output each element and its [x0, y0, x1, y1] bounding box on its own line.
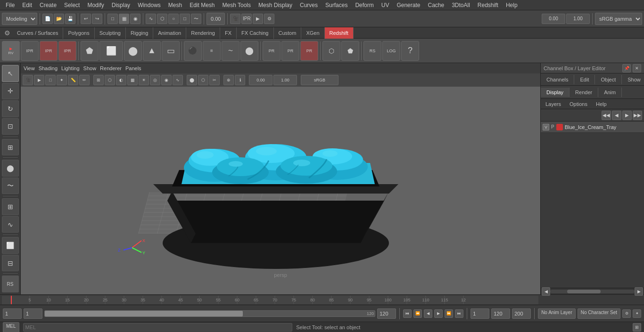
subtab-layers[interactable]: Layers	[543, 100, 564, 108]
tab-redshift[interactable]: Redshift	[325, 27, 354, 39]
menu-windows[interactable]: Windows	[134, 1, 165, 9]
vp-menu-shading[interactable]: Shading	[39, 65, 58, 71]
menu-edit[interactable]: Edit	[18, 1, 36, 9]
shelf-mat-ball-2-btn[interactable]: ⬤	[240, 41, 258, 61]
shelf-ipr-3-btn[interactable]: IPR	[58, 41, 76, 61]
subtab-help[interactable]: Help	[593, 100, 610, 108]
select-tool-btn[interactable]: ↖	[2, 65, 19, 82]
layer-arrow-next-next-btn[interactable]: ▶▶	[633, 111, 642, 120]
vp-menu-view[interactable]: View	[24, 65, 35, 71]
tab-curves-surfaces[interactable]: Curves / Surfaces	[12, 27, 63, 39]
freehand-btn[interactable]: 〜	[191, 14, 201, 24]
viewport-canvas[interactable]: X Y Z	[21, 73, 540, 280]
coord-y-field[interactable]: 1.00	[566, 14, 590, 24]
rect-btn[interactable]: □	[180, 14, 190, 24]
current-frame-input[interactable]	[24, 308, 42, 319]
shelf-mat-editor-btn[interactable]: ⬟	[341, 41, 359, 61]
shelf-log-btn[interactable]: LOG	[382, 41, 400, 61]
scroll-right-btn[interactable]: ▶	[635, 287, 643, 296]
layer-playback-check[interactable]: P	[551, 124, 554, 130]
camera-btn[interactable]: 🎥	[230, 14, 240, 24]
scrollbar-track[interactable]	[550, 290, 635, 293]
play-fwd-btn[interactable]: ▶	[434, 309, 443, 318]
redo-btn[interactable]: ↪	[92, 14, 102, 24]
menu-surfaces[interactable]: Surfaces	[322, 1, 351, 9]
menu-generate[interactable]: Generate	[393, 1, 424, 9]
shelf-rs-pr-3-btn[interactable]: PR	[300, 41, 318, 61]
shelf-dom-btn[interactable]: ⬡	[322, 41, 340, 61]
layer-item[interactable]: V P Blue_Ice_Cream_Tray	[541, 121, 644, 133]
coord-x-field[interactable]: 0.00	[542, 14, 565, 24]
lasso-mode-btn[interactable]: ▦	[119, 14, 129, 24]
menu-display[interactable]: Display	[108, 1, 134, 9]
layer-visible-check[interactable]: V	[543, 124, 549, 130]
layer-color-swatch[interactable]	[556, 124, 563, 130]
tab-fx-caching[interactable]: FX Caching	[237, 27, 273, 39]
tab-rigging[interactable]: Rigging	[126, 27, 153, 39]
shelf-mat-alt-btn[interactable]: 〜	[222, 41, 239, 61]
menu-cache[interactable]: Cache	[424, 1, 448, 9]
menu-mesh-tools[interactable]: Mesh Tools	[219, 1, 255, 9]
layer-arrow-prev-prev-btn[interactable]: ◀◀	[602, 111, 611, 120]
render-settings-btn[interactable]: ⚙	[264, 14, 274, 24]
tab-object[interactable]: Object	[595, 75, 622, 84]
no-char-set-btn[interactable]: No Character Set	[578, 308, 620, 319]
anim-settings-btn[interactable]: ⚙	[622, 309, 631, 318]
scrollbar-thumb[interactable]	[567, 290, 601, 293]
shelf-mat-ball-btn[interactable]: ⚫	[184, 41, 202, 61]
menu-modify[interactable]: Modify	[83, 1, 107, 9]
vp-menu-lighting[interactable]: Lighting	[61, 65, 80, 71]
menu-curves[interactable]: Curves	[296, 1, 322, 9]
lasso-btn[interactable]: ∿	[146, 14, 156, 24]
tab-polygons[interactable]: Polygons	[63, 27, 94, 39]
ipr-btn[interactable]: IPR	[241, 14, 252, 24]
shelf-rv-btn[interactable]: ▶ RV	[2, 41, 20, 61]
playback-start-input[interactable]	[471, 308, 489, 319]
total-frames-input[interactable]	[512, 308, 531, 319]
script-editor-btn[interactable]: ⊞	[633, 323, 641, 332]
menu-file[interactable]: File	[2, 1, 18, 9]
step-back-btn[interactable]: ⏪	[413, 309, 422, 318]
frame-slider[interactable]: 120	[44, 310, 375, 317]
scale-tool-btn[interactable]: ⊡	[2, 118, 19, 135]
no-anim-layer-btn[interactable]: No Anim Layer	[538, 308, 576, 319]
step-fwd-btn[interactable]: ⏩	[445, 309, 453, 318]
tab-edit[interactable]: Edit	[574, 75, 595, 84]
menu-mesh-display[interactable]: Mesh Display	[255, 1, 296, 9]
rp-close-btn[interactable]: ✕	[633, 64, 641, 73]
tab-show[interactable]: Show	[622, 75, 644, 84]
layer-arrow-next-btn[interactable]: ▶	[622, 111, 632, 120]
vp-menu-renderer[interactable]: Renderer	[100, 65, 122, 71]
menu-uv[interactable]: UV	[378, 1, 393, 9]
color-space-dropdown[interactable]: sRGB gamma	[595, 13, 642, 25]
command-input[interactable]	[23, 323, 293, 332]
layer-arrow-prev-btn[interactable]: ◀	[612, 111, 621, 120]
scroll-left-btn[interactable]: ◀	[542, 287, 550, 296]
open-btn[interactable]: 📂	[54, 14, 64, 24]
timeline-ruler[interactable]: 5 10 15 20 25 30 35 40 45 50 55 60 65	[2, 296, 538, 304]
render-tab[interactable]: Render	[570, 88, 598, 97]
paint-mode-btn[interactable]: ◉	[130, 14, 140, 24]
new-scene-btn[interactable]: 📄	[42, 14, 53, 24]
isolate-btn[interactable]: ⬜	[2, 237, 19, 254]
tab-sculpting[interactable]: Sculpting	[95, 27, 126, 39]
mode-dropdown[interactable]: Modeling	[2, 13, 37, 25]
mode-gear-btn[interactable]: ⚙	[2, 28, 12, 38]
shelf-cone-btn[interactable]: ▲	[143, 41, 161, 61]
anim-tab[interactable]: Anim	[598, 88, 622, 97]
circle-btn[interactable]: ○	[168, 14, 179, 24]
shelf-rs-pr-2-btn[interactable]: PR	[281, 41, 299, 61]
vp-menu-show[interactable]: Show	[83, 65, 97, 71]
lasso-sel-btn[interactable]: 〜	[2, 178, 19, 194]
playback-end-input[interactable]	[491, 308, 510, 319]
frame-start-input[interactable]	[3, 308, 22, 319]
play-back-btn[interactable]: ◀	[424, 309, 432, 318]
menu-3dtoall[interactable]: 3DtoAll	[448, 1, 474, 9]
snap-curve-btn[interactable]: ∿	[2, 216, 19, 233]
shelf-plane-btn[interactable]: ▭	[162, 41, 180, 61]
snap-grid-btn[interactable]: ⊞	[2, 198, 19, 215]
menu-redshift[interactable]: Redshift	[474, 1, 502, 9]
shelf-sphere-btn[interactable]: ⬤	[124, 41, 142, 61]
shelf-mat-lines-btn[interactable]: ≡	[203, 41, 221, 61]
shelf-help-btn[interactable]: ?	[401, 41, 419, 61]
